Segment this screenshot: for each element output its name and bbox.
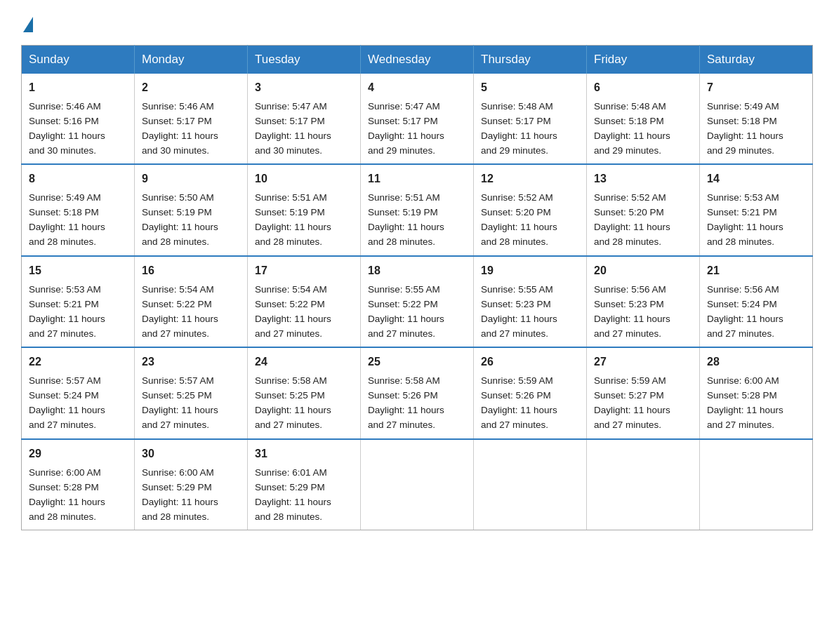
day-of-week-header: Friday bbox=[587, 46, 700, 74]
calendar-cell: 7Sunrise: 5:49 AMSunset: 5:18 PMDaylight… bbox=[700, 74, 813, 164]
day-info: Sunrise: 5:46 AMSunset: 5:16 PMDaylight:… bbox=[29, 101, 105, 156]
calendar-cell: 25Sunrise: 5:58 AMSunset: 5:26 PMDayligh… bbox=[361, 347, 474, 438]
day-of-week-header: Thursday bbox=[474, 46, 587, 74]
day-number: 30 bbox=[142, 445, 240, 463]
day-info: Sunrise: 5:56 AMSunset: 5:24 PMDaylight:… bbox=[707, 284, 783, 339]
calendar-cell: 27Sunrise: 5:59 AMSunset: 5:27 PMDayligh… bbox=[587, 347, 700, 438]
calendar-cell: 13Sunrise: 5:52 AMSunset: 5:20 PMDayligh… bbox=[587, 164, 700, 255]
day-info: Sunrise: 5:57 AMSunset: 5:25 PMDaylight:… bbox=[142, 375, 218, 430]
calendar-cell bbox=[474, 439, 587, 530]
day-number: 26 bbox=[481, 354, 579, 371]
calendar-cell: 12Sunrise: 5:52 AMSunset: 5:20 PMDayligh… bbox=[474, 164, 587, 255]
calendar-cell: 30Sunrise: 6:00 AMSunset: 5:29 PMDayligh… bbox=[135, 439, 248, 530]
day-number: 9 bbox=[142, 170, 240, 188]
day-number: 7 bbox=[707, 79, 805, 97]
calendar-cell: 26Sunrise: 5:59 AMSunset: 5:26 PMDayligh… bbox=[474, 347, 587, 438]
page-header bbox=[21, 14, 813, 31]
day-number: 16 bbox=[142, 262, 240, 280]
day-info: Sunrise: 5:49 AMSunset: 5:18 PMDaylight:… bbox=[707, 101, 783, 156]
day-of-week-header: Tuesday bbox=[248, 46, 361, 74]
day-number: 13 bbox=[594, 170, 692, 188]
calendar-cell: 21Sunrise: 5:56 AMSunset: 5:24 PMDayligh… bbox=[700, 256, 813, 347]
day-info: Sunrise: 5:53 AMSunset: 5:21 PMDaylight:… bbox=[707, 192, 783, 247]
calendar-cell bbox=[587, 439, 700, 530]
day-number: 23 bbox=[142, 354, 240, 371]
day-number: 17 bbox=[255, 262, 353, 280]
calendar-cell: 29Sunrise: 6:00 AMSunset: 5:28 PMDayligh… bbox=[22, 439, 135, 530]
calendar-cell: 4Sunrise: 5:47 AMSunset: 5:17 PMDaylight… bbox=[361, 74, 474, 164]
day-number: 11 bbox=[368, 170, 466, 188]
day-number: 24 bbox=[255, 354, 353, 371]
day-number: 12 bbox=[481, 170, 579, 188]
day-info: Sunrise: 5:54 AMSunset: 5:22 PMDaylight:… bbox=[142, 284, 218, 339]
day-number: 22 bbox=[29, 354, 127, 371]
calendar-cell: 15Sunrise: 5:53 AMSunset: 5:21 PMDayligh… bbox=[22, 256, 135, 347]
day-number: 25 bbox=[368, 354, 466, 371]
calendar-cell: 11Sunrise: 5:51 AMSunset: 5:19 PMDayligh… bbox=[361, 164, 474, 255]
day-number: 20 bbox=[594, 262, 692, 280]
day-info: Sunrise: 5:49 AMSunset: 5:18 PMDaylight:… bbox=[29, 192, 105, 247]
day-info: Sunrise: 5:56 AMSunset: 5:23 PMDaylight:… bbox=[594, 284, 670, 339]
day-info: Sunrise: 5:47 AMSunset: 5:17 PMDaylight:… bbox=[255, 101, 331, 156]
day-info: Sunrise: 5:58 AMSunset: 5:25 PMDaylight:… bbox=[255, 375, 331, 430]
day-of-week-header: Sunday bbox=[22, 46, 135, 74]
calendar-cell: 5Sunrise: 5:48 AMSunset: 5:17 PMDaylight… bbox=[474, 74, 587, 164]
calendar-table: SundayMondayTuesdayWednesdayThursdayFrid… bbox=[21, 45, 813, 530]
day-number: 2 bbox=[142, 79, 240, 97]
calendar-header-row: SundayMondayTuesdayWednesdayThursdayFrid… bbox=[22, 46, 813, 74]
calendar-cell bbox=[700, 439, 813, 530]
calendar-cell: 6Sunrise: 5:48 AMSunset: 5:18 PMDaylight… bbox=[587, 74, 700, 164]
day-info: Sunrise: 5:53 AMSunset: 5:21 PMDaylight:… bbox=[29, 284, 105, 339]
logo bbox=[21, 14, 33, 31]
calendar-cell: 24Sunrise: 5:58 AMSunset: 5:25 PMDayligh… bbox=[248, 347, 361, 438]
day-number: 3 bbox=[255, 79, 353, 97]
day-number: 4 bbox=[368, 79, 466, 97]
calendar-cell: 28Sunrise: 6:00 AMSunset: 5:28 PMDayligh… bbox=[700, 347, 813, 438]
calendar-cell: 19Sunrise: 5:55 AMSunset: 5:23 PMDayligh… bbox=[474, 256, 587, 347]
day-info: Sunrise: 5:52 AMSunset: 5:20 PMDaylight:… bbox=[481, 192, 557, 247]
calendar-cell: 22Sunrise: 5:57 AMSunset: 5:24 PMDayligh… bbox=[22, 347, 135, 438]
day-info: Sunrise: 5:46 AMSunset: 5:17 PMDaylight:… bbox=[142, 101, 218, 156]
day-number: 5 bbox=[481, 79, 579, 97]
day-number: 29 bbox=[29, 445, 127, 463]
day-info: Sunrise: 6:01 AMSunset: 5:29 PMDaylight:… bbox=[255, 467, 331, 522]
day-info: Sunrise: 5:59 AMSunset: 5:27 PMDaylight:… bbox=[594, 375, 670, 430]
day-number: 14 bbox=[707, 170, 805, 188]
logo-triangle-icon bbox=[23, 17, 33, 32]
calendar-cell: 17Sunrise: 5:54 AMSunset: 5:22 PMDayligh… bbox=[248, 256, 361, 347]
calendar-cell bbox=[361, 439, 474, 530]
day-info: Sunrise: 5:52 AMSunset: 5:20 PMDaylight:… bbox=[594, 192, 670, 247]
day-number: 8 bbox=[29, 170, 127, 188]
calendar-cell: 14Sunrise: 5:53 AMSunset: 5:21 PMDayligh… bbox=[700, 164, 813, 255]
calendar-cell: 10Sunrise: 5:51 AMSunset: 5:19 PMDayligh… bbox=[248, 164, 361, 255]
day-number: 15 bbox=[29, 262, 127, 280]
day-info: Sunrise: 5:55 AMSunset: 5:23 PMDaylight:… bbox=[481, 284, 557, 339]
calendar-week-row: 22Sunrise: 5:57 AMSunset: 5:24 PMDayligh… bbox=[22, 347, 813, 438]
day-number: 1 bbox=[29, 79, 127, 97]
day-of-week-header: Wednesday bbox=[361, 46, 474, 74]
day-info: Sunrise: 5:48 AMSunset: 5:17 PMDaylight:… bbox=[481, 101, 557, 156]
day-number: 28 bbox=[707, 354, 805, 371]
day-info: Sunrise: 5:57 AMSunset: 5:24 PMDaylight:… bbox=[29, 375, 105, 430]
calendar-week-row: 8Sunrise: 5:49 AMSunset: 5:18 PMDaylight… bbox=[22, 164, 813, 255]
day-of-week-header: Monday bbox=[135, 46, 248, 74]
day-info: Sunrise: 5:59 AMSunset: 5:26 PMDaylight:… bbox=[481, 375, 557, 430]
day-info: Sunrise: 5:51 AMSunset: 5:19 PMDaylight:… bbox=[368, 192, 444, 247]
day-info: Sunrise: 5:47 AMSunset: 5:17 PMDaylight:… bbox=[368, 101, 444, 156]
calendar-week-row: 1Sunrise: 5:46 AMSunset: 5:16 PMDaylight… bbox=[22, 74, 813, 164]
day-info: Sunrise: 5:51 AMSunset: 5:19 PMDaylight:… bbox=[255, 192, 331, 247]
calendar-cell: 20Sunrise: 5:56 AMSunset: 5:23 PMDayligh… bbox=[587, 256, 700, 347]
day-number: 18 bbox=[368, 262, 466, 280]
day-info: Sunrise: 6:00 AMSunset: 5:28 PMDaylight:… bbox=[707, 375, 783, 430]
day-number: 10 bbox=[255, 170, 353, 188]
calendar-cell: 16Sunrise: 5:54 AMSunset: 5:22 PMDayligh… bbox=[135, 256, 248, 347]
calendar-cell: 8Sunrise: 5:49 AMSunset: 5:18 PMDaylight… bbox=[22, 164, 135, 255]
calendar-cell: 31Sunrise: 6:01 AMSunset: 5:29 PMDayligh… bbox=[248, 439, 361, 530]
calendar-cell: 3Sunrise: 5:47 AMSunset: 5:17 PMDaylight… bbox=[248, 74, 361, 164]
day-number: 19 bbox=[481, 262, 579, 280]
calendar-cell: 23Sunrise: 5:57 AMSunset: 5:25 PMDayligh… bbox=[135, 347, 248, 438]
calendar-cell: 18Sunrise: 5:55 AMSunset: 5:22 PMDayligh… bbox=[361, 256, 474, 347]
day-of-week-header: Saturday bbox=[700, 46, 813, 74]
day-info: Sunrise: 6:00 AMSunset: 5:28 PMDaylight:… bbox=[29, 467, 105, 522]
day-info: Sunrise: 5:50 AMSunset: 5:19 PMDaylight:… bbox=[142, 192, 218, 247]
